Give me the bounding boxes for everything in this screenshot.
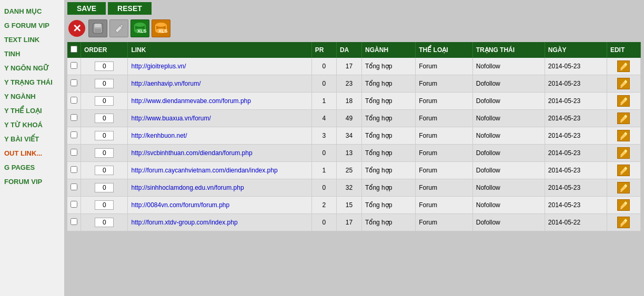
order-input-4[interactable] (95, 131, 114, 140)
sidebar-item-the-loai[interactable]: Y THỂ LOẠI (0, 104, 64, 118)
col-header-9: EDIT (607, 42, 640, 58)
svg-rect-2 (95, 29, 101, 33)
sidebar-item-tinh[interactable]: TINH (0, 47, 64, 61)
link-cell-7: http://sinhhoclamdong.edu.vn/forum.php (128, 179, 311, 197)
row-checkbox-4[interactable] (71, 131, 77, 138)
link-cell-9: http://forum.xtdv-group.com/index.php (128, 214, 311, 231)
edit-button-8[interactable] (617, 199, 630, 211)
sidebar-item-g-forum-vip[interactable]: G FORUM VIP (0, 18, 64, 33)
row-checkbox-2[interactable] (71, 97, 77, 104)
da-cell-0: 17 (336, 58, 361, 75)
ngay-cell-7: 2014-05-23 (545, 179, 607, 197)
link-anchor-1[interactable]: http://aenhavip.vn/forum/ (131, 80, 200, 87)
col-header-5: NGÀNH (362, 42, 416, 58)
link-anchor-3[interactable]: http://www.buaxua.vn/forum/ (131, 115, 210, 122)
pr-cell-1: 0 (311, 75, 336, 93)
da-cell-4: 34 (336, 127, 361, 145)
trang-thai-cell-5: Dofollow (472, 145, 545, 162)
row-checkbox-1[interactable] (71, 79, 77, 86)
nganh-cell-8: Tổng hợp (362, 197, 416, 214)
save-button[interactable]: SAVE (67, 2, 106, 15)
table-row: http://www.buaxua.vn/forum/449Tổng hợpFo… (67, 110, 641, 127)
da-cell-2: 18 (336, 93, 361, 110)
sidebar-item-g-pages[interactable]: G PAGES (0, 160, 64, 175)
select-all-checkbox[interactable] (71, 46, 77, 53)
pr-cell-6: 1 (311, 162, 336, 179)
reset-button[interactable]: RESET (108, 2, 152, 15)
the-loai-cell-8: Forum (416, 197, 472, 214)
edit-button-7[interactable] (617, 182, 630, 193)
order-input-0[interactable] (95, 62, 114, 71)
order-input-8[interactable] (95, 200, 114, 210)
save-icon[interactable] (88, 19, 107, 38)
link-anchor-8[interactable]: http://0084vn.com/forum/forum.php (131, 201, 229, 209)
row-checkbox-9[interactable] (71, 218, 77, 225)
trang-thai-cell-7: Nofollow (472, 179, 545, 197)
row-checkbox-8[interactable] (71, 201, 77, 208)
svg-text:XLS: XLS (158, 28, 168, 34)
row-checkbox-6[interactable] (71, 166, 77, 173)
link-anchor-7[interactable]: http://sinhhoclamdong.edu.vn/forum.php (131, 184, 244, 191)
order-input-3[interactable] (95, 114, 114, 123)
order-input-1[interactable] (95, 79, 114, 88)
table-row: http://svcbinhthuan.com/diendan/forum.ph… (67, 145, 641, 162)
sidebar-item-out-link[interactable]: OUT LINK... (0, 146, 64, 160)
the-loai-cell-6: Forum (416, 162, 472, 179)
ngay-cell-8: 2014-05-23 (545, 197, 607, 214)
row-checkbox-7[interactable] (71, 183, 77, 190)
da-cell-6: 25 (336, 162, 361, 179)
table-row: http://www.diendanmevabe.com/forum.php11… (67, 93, 641, 110)
svg-point-6 (156, 23, 166, 27)
row-checkbox-0[interactable] (71, 62, 77, 69)
row-checkbox-5[interactable] (71, 149, 77, 156)
nganh-cell-9: Tổng hợp (362, 214, 416, 231)
order-input-6[interactable] (95, 166, 114, 175)
edit-button-4[interactable] (617, 130, 630, 141)
sidebar-item-tu-khoa[interactable]: Y TỪ KHOÁ (0, 118, 64, 132)
link-cell-8: http://0084vn.com/forum/forum.php (128, 197, 311, 214)
ngay-cell-5: 2014-05-23 (545, 145, 607, 162)
sidebar-item-nganh[interactable]: Y NGÀNH (0, 89, 64, 104)
sidebar-item-text-link[interactable]: TEXT LINK (0, 33, 64, 47)
link-anchor-9[interactable]: http://forum.xtdv-group.com/index.php (131, 219, 237, 226)
col-header-1: ORDER (81, 42, 128, 58)
edit-button-2[interactable] (617, 95, 630, 107)
db-export2-icon[interactable]: XLS (152, 19, 170, 38)
order-input-7[interactable] (95, 183, 114, 192)
row-checkbox-3[interactable] (71, 114, 77, 121)
ngay-cell-2: 2014-05-23 (545, 93, 607, 110)
db-export-icon[interactable]: XLS (130, 19, 149, 38)
col-header-2: LINK (128, 42, 311, 58)
nganh-cell-0: Tổng hợp (362, 58, 416, 75)
sidebar-item-trang-thai[interactable]: Y TRẠNG THÁI (0, 75, 64, 89)
nganh-cell-7: Tổng hợp (362, 179, 416, 197)
link-anchor-4[interactable]: http://kenhbuon.net/ (131, 132, 187, 139)
order-input-2[interactable] (95, 96, 114, 106)
edit-button-3[interactable] (617, 113, 630, 124)
pr-cell-5: 0 (311, 145, 336, 162)
sidebar-item-ngon-ngu[interactable]: Y NGÔN NGỮ (0, 61, 64, 75)
table-row: http://aenhavip.vn/forum/023Tổng hợpForu… (67, 75, 641, 93)
edit-button-6[interactable] (617, 165, 630, 176)
sidebar-item-bai-viet[interactable]: Y BÀI VIẾT (0, 132, 64, 146)
link-cell-0: http://gioitreplus.vn/ (128, 58, 311, 75)
edit-button-5[interactable] (617, 147, 630, 159)
edit-button-1[interactable] (617, 78, 630, 89)
trang-thai-cell-0: Nofollow (472, 58, 545, 75)
link-anchor-0[interactable]: http://gioitreplus.vn/ (131, 63, 186, 70)
sidebar-item-forum-vip-2[interactable]: FORUM VIP (0, 175, 64, 189)
order-input-9[interactable] (95, 218, 114, 227)
table-header: ORDERLINKPRDANGÀNHTHỂ LOẠITRẠNG THÁINGÀY… (67, 42, 641, 58)
table-row: http://forum.xtdv-group.com/index.php017… (67, 214, 641, 231)
link-anchor-5[interactable]: http://svcbinhthuan.com/diendan/forum.ph… (131, 149, 252, 157)
edit-button-9[interactable] (617, 217, 630, 228)
delete-icon[interactable]: ✕ (67, 19, 86, 38)
nganh-cell-6: Tổng hợp (362, 162, 416, 179)
link-anchor-2[interactable]: http://www.diendanmevabe.com/forum.php (131, 97, 250, 105)
edit-button-0[interactable] (617, 60, 630, 72)
link-anchor-6[interactable]: http://forum.caycanhvietnam.com/diendan/… (131, 167, 277, 174)
link-cell-4: http://kenhbuon.net/ (128, 127, 311, 145)
sidebar-item-danh-muc[interactable]: DANH MỤC (0, 4, 64, 18)
pencil-icon[interactable] (109, 19, 128, 38)
order-input-5[interactable] (95, 148, 114, 158)
